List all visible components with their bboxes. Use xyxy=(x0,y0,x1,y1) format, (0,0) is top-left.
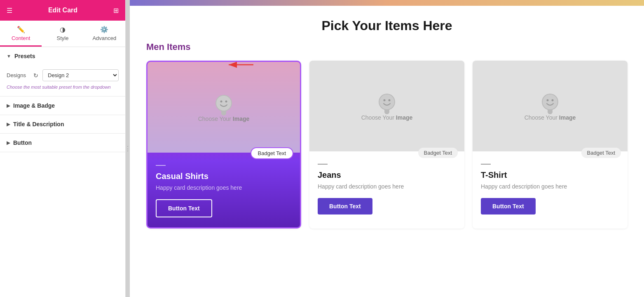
card-1-title: Casual Shirts xyxy=(156,172,292,181)
card-1-badge: Badget Text xyxy=(251,147,293,159)
tab-advanced-label: Advanced xyxy=(92,35,116,41)
svg-rect-7 xyxy=(221,111,226,114)
button-section-header[interactable]: ▶ Button xyxy=(0,134,125,152)
sidebar-title: Edit Card xyxy=(48,7,77,14)
presets-section: ▼ Presets Designs ↻ Design 2 Design 1 De… xyxy=(0,47,125,97)
advanced-icon: ⚙️ xyxy=(100,26,108,33)
svg-point-5 xyxy=(225,101,227,103)
card-2-placeholder-icon xyxy=(375,91,398,114)
title-description-label: Title & Description xyxy=(13,121,64,127)
designs-refresh-icon[interactable]: ↻ xyxy=(33,72,38,79)
svg-point-10 xyxy=(384,99,386,101)
presets-label: Presets xyxy=(14,53,35,59)
card-2-title: Jeans xyxy=(318,170,456,180)
card-3-button[interactable]: Button Text xyxy=(481,198,536,214)
card-1-divider xyxy=(156,165,166,166)
card-2-image-area: Choose Your Image Badget Text xyxy=(309,61,464,151)
title-description-arrow-icon: ▶ xyxy=(7,122,10,127)
image-badge-section: ▶ Image & Badge xyxy=(0,97,125,115)
card-2-divider xyxy=(318,164,328,165)
title-description-section: ▶ Title & Description xyxy=(0,115,125,134)
tab-content[interactable]: ✏️ Content xyxy=(0,21,42,47)
presets-arrow-icon: ▼ xyxy=(7,54,11,59)
image-badge-header[interactable]: ▶ Image & Badge xyxy=(0,97,125,115)
card-1-button[interactable]: Button Text xyxy=(156,199,212,217)
sidebar-header: ☰ Edit Card ⊞ xyxy=(0,0,125,21)
svg-point-9 xyxy=(379,94,394,109)
presets-header[interactable]: ▼ Presets xyxy=(0,47,125,65)
card-1-placeholder-text: Choose Your Image xyxy=(198,116,250,122)
main-content: Pick Your Items Here Men Items Choose Yo… xyxy=(130,0,644,297)
tab-advanced[interactable]: ⚙️ Advanced xyxy=(84,21,125,47)
tab-style-label: Style xyxy=(57,35,69,41)
content-icon: ✏️ xyxy=(17,26,25,33)
card-3-placeholder-icon xyxy=(539,91,562,114)
style-icon: ◑ xyxy=(60,26,66,33)
section-title: Men Items xyxy=(146,42,628,52)
card-3-divider xyxy=(481,164,491,165)
card-2-placeholder-text: Choose Your Image xyxy=(361,114,413,121)
image-badge-label: Image & Badge xyxy=(13,102,55,109)
card-2: Choose Your Image Badget Text Jeans Happ… xyxy=(309,61,464,229)
card-3: Choose Your Image Badget Text T-Shirt Ha… xyxy=(473,61,628,229)
page-title: Pick Your Items Here xyxy=(146,18,628,33)
cards-grid: Choose Your Image Badget Text Casual Shi… xyxy=(146,61,628,229)
svg-point-15 xyxy=(543,94,557,109)
designs-hint: Choose the most suitable preset from the… xyxy=(7,85,119,90)
card-3-placeholder-text: Choose Your Image xyxy=(525,114,576,121)
card-2-button[interactable]: Button Text xyxy=(318,198,372,214)
tab-style[interactable]: ◑ Style xyxy=(42,21,83,47)
svg-rect-19 xyxy=(548,109,553,113)
designs-row: Designs ↻ Design 2 Design 1 Design 3 xyxy=(7,69,119,81)
top-banner xyxy=(130,0,644,6)
card-1-placeholder-icon xyxy=(212,92,235,116)
svg-point-3 xyxy=(216,96,231,111)
card-2-badge: Badget Text xyxy=(418,148,458,158)
svg-point-17 xyxy=(552,99,554,101)
image-badge-arrow-icon: ▶ xyxy=(7,103,10,108)
card-3-body: T-Shirt Happy card description goes here… xyxy=(473,151,628,223)
sidebar-tabs: ✏️ Content ◑ Style ⚙️ Advanced xyxy=(0,21,125,47)
card-1-image-area: Choose Your Image Badget Text xyxy=(148,62,300,153)
grid-icon[interactable]: ⊞ xyxy=(113,7,119,14)
card-3-title: T-Shirt xyxy=(481,170,619,180)
designs-select[interactable]: Design 2 Design 1 Design 3 xyxy=(42,69,119,81)
button-section: ▶ Button xyxy=(0,134,125,152)
card-3-description: Happy card description goes here xyxy=(481,183,619,190)
presets-content: Designs ↻ Design 2 Design 1 Design 3 Cho… xyxy=(0,65,125,96)
card-3-badge: Badget Text xyxy=(581,148,621,158)
sidebar: ☰ Edit Card ⊞ ✏️ Content ◑ Style ⚙️ Adva… xyxy=(0,0,126,297)
svg-rect-13 xyxy=(384,109,389,113)
menu-icon[interactable]: ☰ xyxy=(7,7,12,14)
button-label: Button xyxy=(13,139,32,146)
card-3-image-area: Choose Your Image Badget Text xyxy=(473,61,628,151)
card-1-body: Casual Shirts Happy card description goe… xyxy=(148,153,300,227)
card-2-description: Happy card description goes here xyxy=(318,183,456,190)
title-description-header[interactable]: ▶ Title & Description xyxy=(0,115,125,133)
svg-point-11 xyxy=(389,99,391,101)
resize-handle[interactable]: ⋮ xyxy=(126,0,130,297)
main-inner: Pick Your Items Here Men Items Choose Yo… xyxy=(130,6,644,241)
card-1: Choose Your Image Badget Text Casual Shi… xyxy=(146,61,301,229)
svg-point-4 xyxy=(220,101,222,103)
svg-point-16 xyxy=(547,99,549,101)
designs-label: Designs xyxy=(7,72,29,78)
card-1-description: Happy card description goes here xyxy=(156,184,292,191)
card-2-body: Jeans Happy card description goes here B… xyxy=(309,151,464,223)
button-arrow-icon: ▶ xyxy=(7,140,10,146)
tab-content-label: Content xyxy=(12,35,30,41)
